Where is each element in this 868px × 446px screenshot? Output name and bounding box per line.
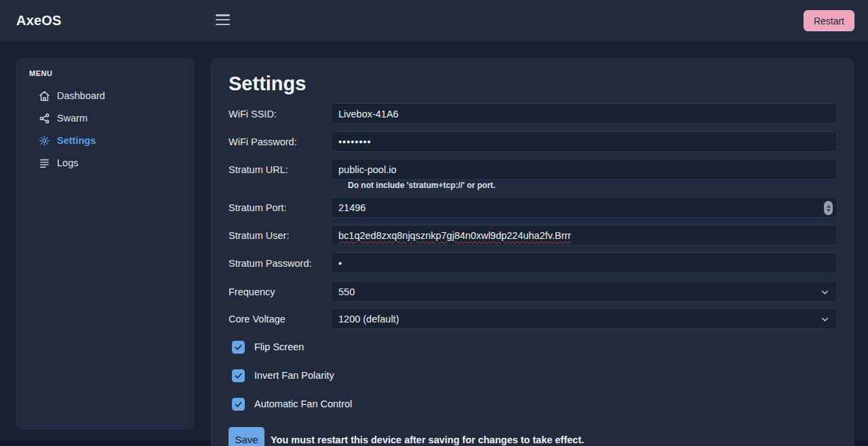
field-label: Stratum Port: xyxy=(229,202,331,213)
frequency-value: 550 xyxy=(338,286,355,297)
chevron-down-icon xyxy=(820,287,830,297)
stratum-port-value: 21496 xyxy=(338,202,366,213)
sidebar-item-label: Logs xyxy=(57,157,78,168)
checkbox-checked-icon xyxy=(232,341,245,354)
sidebar-item-label: Settings xyxy=(57,135,96,146)
restart-note: You must restart this device after savin… xyxy=(271,434,584,445)
form-row-stratum-password: Stratum Password: xyxy=(229,253,837,274)
automatic-fan-control-checkbox[interactable]: Automatic Fan Control xyxy=(232,397,352,411)
sidebar-item-label: Swarm xyxy=(57,113,87,124)
field-label: Stratum User: xyxy=(229,230,331,241)
form-row-wifi-password: WiFi Password: xyxy=(229,131,837,152)
checkbox-checked-icon xyxy=(232,398,245,411)
menu-section-label: MENU xyxy=(29,69,52,77)
core-voltage-value: 1200 (default) xyxy=(338,314,399,324)
field-label: Stratum URL: xyxy=(229,164,331,175)
gear-icon xyxy=(39,135,50,147)
core-voltage-select[interactable]: 1200 (default) xyxy=(331,308,837,329)
sidebar-item-label: Dashboard xyxy=(57,90,105,101)
field-label: WiFi Password: xyxy=(229,136,331,147)
checkbox-label: Flip Screen xyxy=(254,341,304,352)
checkbox-label: Automatic Fan Control xyxy=(254,398,352,409)
stratum-user-value: bc1q2ed8zxq8njqsznkp7gj84n0xwl9dp224uha2… xyxy=(338,230,571,241)
top-header: AxeOS Restart xyxy=(0,0,868,41)
save-row: Save You must restart this device after … xyxy=(229,427,584,446)
stratum-url-hint: Do not include 'stratum+tcp://' or port. xyxy=(348,181,495,190)
sidebar-item-settings[interactable]: Settings xyxy=(17,130,193,151)
home-icon xyxy=(39,90,50,102)
number-stepper-icon[interactable] xyxy=(824,201,833,215)
field-label: Frequency xyxy=(229,286,331,297)
checkbox-label: Invert Fan Polarity xyxy=(254,370,334,381)
stratum-url-input[interactable] xyxy=(331,159,837,180)
share-nodes-icon xyxy=(39,113,50,124)
page-body: MENU Dashboard Swarm Settings xyxy=(0,41,868,441)
sidebar: MENU Dashboard Swarm Settings xyxy=(16,58,194,429)
chevron-down-icon xyxy=(820,314,830,324)
form-row-stratum-port: Stratum Port: 21496 xyxy=(229,197,837,218)
frequency-select[interactable]: 550 xyxy=(331,281,837,302)
invert-fan-polarity-checkbox[interactable]: Invert Fan Polarity xyxy=(232,369,334,382)
form-row-wifi-ssid: WiFi SSID: xyxy=(229,103,837,124)
page-title: Settings xyxy=(229,73,306,95)
stratum-password-input[interactable] xyxy=(331,253,837,274)
sidebar-item-dashboard[interactable]: Dashboard xyxy=(17,85,193,107)
save-button[interactable]: Save xyxy=(229,427,264,446)
settings-panel: Settings WiFi SSID: WiFi Password: Strat… xyxy=(211,58,854,446)
stratum-port-input[interactable]: 21496 xyxy=(331,197,837,218)
form-row-stratum-user: Stratum User: bc1q2ed8zxq8njqsznkp7gj84n… xyxy=(229,225,837,246)
field-label: Stratum Password: xyxy=(229,258,331,269)
flip-screen-checkbox[interactable]: Flip Screen xyxy=(232,340,304,354)
checkbox-checked-icon xyxy=(232,369,245,382)
form-row-core-voltage: Core Voltage 1200 (default) xyxy=(229,308,837,329)
sidebar-item-logs[interactable]: Logs xyxy=(17,152,193,174)
wifi-ssid-input[interactable] xyxy=(331,103,837,124)
wifi-password-input[interactable] xyxy=(331,131,837,152)
form-row-stratum-url: Stratum URL: xyxy=(229,159,837,180)
menu-toggle-icon[interactable] xyxy=(216,14,230,26)
axeos-app: AxeOS Restart MENU Dashboard Swarm xyxy=(0,0,868,446)
list-icon xyxy=(39,157,50,169)
form-row-frequency: Frequency 550 xyxy=(229,281,837,302)
sidebar-item-swarm[interactable]: Swarm xyxy=(17,107,193,129)
stratum-user-input[interactable]: bc1q2ed8zxq8njqsznkp7gj84n0xwl9dp224uha2… xyxy=(331,225,837,246)
field-label: WiFi SSID: xyxy=(229,109,331,119)
app-logo: AxeOS xyxy=(16,13,62,29)
field-label: Core Voltage xyxy=(229,314,331,324)
restart-button[interactable]: Restart xyxy=(804,10,854,31)
